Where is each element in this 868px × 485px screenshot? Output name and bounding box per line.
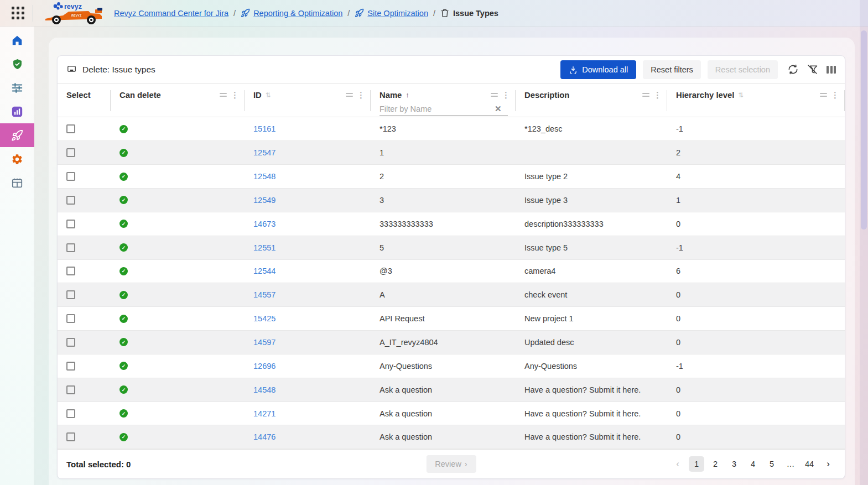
issue-type-name: *123: [371, 124, 516, 133]
issue-type-description: Issue type 5: [516, 243, 667, 252]
column-header-description[interactable]: Description ⋮: [516, 84, 667, 117]
page-button-44[interactable]: 44: [802, 456, 817, 472]
column-menu-icon[interactable]: [820, 93, 827, 97]
rocket-icon: [241, 8, 250, 18]
column-more-icon[interactable]: ⋮: [653, 92, 662, 98]
page-button-4[interactable]: 4: [745, 456, 761, 472]
sort-ascending-icon[interactable]: ↑: [406, 91, 409, 99]
column-header-hierarchy-level[interactable]: Hierarchy level ⇅ ⋮: [667, 84, 845, 117]
reset-filters-label: Reset filters: [651, 65, 693, 74]
bar-chart-icon: [11, 106, 23, 118]
column-menu-icon[interactable]: [642, 93, 649, 97]
table-row: ✓ 12549 3 Issue type 3 1: [58, 189, 845, 212]
column-header-can-delete[interactable]: Can delete ⋮: [111, 84, 245, 117]
sort-icon[interactable]: ⇅: [738, 91, 744, 99]
row-select-checkbox[interactable]: [66, 314, 75, 323]
column-label: Description: [524, 91, 569, 100]
issue-type-hierarchy-level: 4: [667, 172, 845, 181]
reset-selection-button[interactable]: Reset selection: [708, 60, 778, 79]
scrollbar-thumb[interactable]: [861, 30, 867, 230]
sidebar-item-home[interactable]: [0, 28, 34, 52]
issue-type-id-link[interactable]: 12548: [253, 172, 276, 181]
review-button[interactable]: Review ›: [426, 455, 476, 473]
issue-type-hierarchy-level: 1: [667, 196, 845, 205]
issue-type-name: 333333333333: [371, 220, 516, 228]
row-select-checkbox[interactable]: [66, 267, 75, 275]
column-menu-icon[interactable]: [220, 93, 227, 97]
issue-type-description: check event: [516, 290, 667, 299]
table-row: ✓ 12548 2 Issue type 2 4: [58, 165, 845, 189]
row-select-checkbox[interactable]: [66, 196, 75, 205]
table-row: ✓ 12696 Any-Questions Any-Questions -1: [58, 354, 845, 378]
issue-type-id-link[interactable]: 14476: [253, 432, 276, 441]
sidebar-item-site-optimization[interactable]: [0, 123, 34, 147]
column-menu-icon[interactable]: [346, 93, 353, 97]
reset-filters-button[interactable]: Reset filters: [643, 60, 701, 79]
issue-type-id-link[interactable]: 12544: [253, 267, 276, 275]
column-more-icon[interactable]: ⋮: [831, 92, 839, 98]
row-select-checkbox[interactable]: [66, 243, 75, 252]
issue-type-id-link[interactable]: 14548: [253, 385, 276, 394]
sidebar-item-data-manager[interactable]: [0, 171, 34, 195]
pagination-ellipsis: …: [783, 456, 798, 472]
row-select-checkbox[interactable]: [66, 432, 75, 441]
chevron-right-icon: ›: [465, 460, 467, 468]
issue-type-id-link[interactable]: 15161: [253, 124, 276, 133]
issue-type-id-link[interactable]: 14673: [253, 220, 276, 228]
can-delete-check-icon: ✓: [119, 243, 128, 252]
column-header-name[interactable]: Name ↑ ⋮ ✕: [371, 84, 516, 117]
next-page-icon[interactable]: ›: [820, 456, 836, 472]
row-select-checkbox[interactable]: [66, 409, 75, 418]
page-button-5[interactable]: 5: [764, 456, 779, 472]
issue-type-description: camera4: [516, 267, 667, 275]
breadcrumb-link-site-optimization[interactable]: Site Optimization: [355, 8, 428, 18]
columns-icon[interactable]: [827, 66, 836, 74]
breadcrumb-link-command-center[interactable]: Revyz Command Center for Jira: [114, 9, 228, 18]
row-select-checkbox[interactable]: [66, 362, 75, 371]
issue-type-id-link[interactable]: 12696: [253, 362, 276, 371]
row-select-checkbox[interactable]: [66, 290, 75, 299]
issue-type-id-link[interactable]: 14597: [253, 338, 276, 347]
row-select-checkbox[interactable]: [66, 385, 75, 394]
filter-off-icon[interactable]: [807, 64, 818, 75]
column-header-id[interactable]: ID ⇅ ⋮: [245, 84, 371, 117]
row-select-checkbox[interactable]: [66, 124, 75, 133]
download-all-label: Download all: [582, 65, 628, 74]
column-more-icon[interactable]: ⋮: [357, 92, 365, 98]
app-switcher-icon[interactable]: [12, 7, 25, 20]
row-select-checkbox[interactable]: [66, 148, 75, 157]
issue-type-name: A_IT_revyz4804: [371, 338, 516, 347]
sidebar-item-configuration[interactable]: [0, 76, 34, 100]
page-button-2[interactable]: 2: [708, 456, 723, 472]
page-button-3[interactable]: 3: [726, 456, 742, 472]
sidebar-item-settings[interactable]: [0, 147, 34, 171]
refresh-icon[interactable]: [788, 64, 798, 75]
name-filter-input[interactable]: [380, 105, 493, 113]
column-more-icon[interactable]: ⋮: [502, 92, 510, 98]
issue-type-hierarchy-level: -1: [667, 362, 845, 371]
sort-icon[interactable]: ⇅: [266, 91, 271, 99]
revyz-logo[interactable]: revyz REVYZ: [40, 1, 105, 26]
breadcrumb-link-reporting-optimization[interactable]: Reporting & Optimization: [241, 8, 342, 18]
can-delete-check-icon: ✓: [119, 196, 128, 204]
trash-icon: [440, 8, 449, 18]
row-select-checkbox[interactable]: [66, 338, 75, 347]
row-select-checkbox[interactable]: [66, 220, 75, 228]
issue-type-id-link[interactable]: 14271: [253, 409, 276, 418]
previous-page-icon[interactable]: ‹: [670, 456, 685, 472]
issue-type-id-link[interactable]: 14557: [253, 290, 276, 299]
sidebar-item-security[interactable]: [0, 52, 34, 76]
can-delete-check-icon: ✓: [119, 385, 128, 394]
issue-type-name: API Request: [371, 314, 516, 323]
issue-type-id-link[interactable]: 15425: [253, 314, 276, 323]
page-button-1[interactable]: 1: [689, 456, 704, 472]
column-menu-icon[interactable]: [491, 93, 498, 97]
issue-type-id-link[interactable]: 12551: [253, 243, 276, 252]
issue-type-id-link[interactable]: 12547: [253, 148, 276, 157]
download-all-button[interactable]: Download all: [560, 60, 636, 79]
column-more-icon[interactable]: ⋮: [231, 92, 239, 98]
clear-filter-icon[interactable]: ✕: [493, 104, 503, 114]
row-select-checkbox[interactable]: [66, 172, 75, 181]
issue-type-id-link[interactable]: 12549: [253, 196, 276, 205]
sidebar-item-analytics[interactable]: [0, 100, 34, 123]
